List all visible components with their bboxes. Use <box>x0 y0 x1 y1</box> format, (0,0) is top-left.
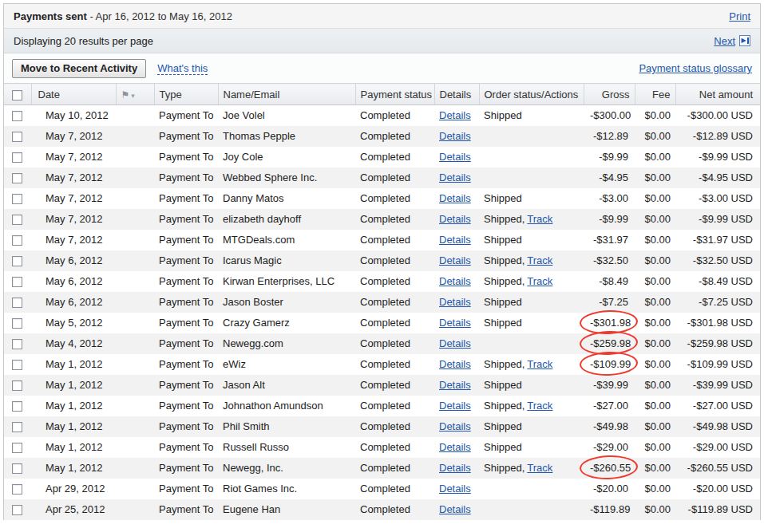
column-header-type: Type <box>154 84 218 105</box>
row-checkbox[interactable] <box>12 463 22 474</box>
move-to-recent-activity-button[interactable]: Move to Recent Activity <box>12 59 146 78</box>
payment-status-glossary-link[interactable]: Payment status glossary <box>639 62 752 74</box>
row-checkbox-cell <box>4 230 31 250</box>
row-type: Payment To <box>154 271 218 292</box>
row-fee: $0.00 <box>635 396 675 416</box>
table-row: Apr 25, 2012 Payment To Eugene Han Compl… <box>4 499 760 520</box>
column-header-net-amount: Net amount <box>675 84 760 105</box>
row-order-status <box>479 167 584 188</box>
details-link[interactable]: Details <box>439 213 471 225</box>
details-link[interactable]: Details <box>439 130 471 142</box>
row-checkbox[interactable] <box>12 298 22 308</box>
order-shipped-label: Shipped <box>484 192 522 204</box>
row-net: -$119.89 USD <box>675 499 760 520</box>
track-link[interactable]: Track <box>527 400 552 412</box>
column-header-date: Date <box>31 84 116 105</box>
order-shipped-label: Shipped <box>484 109 522 121</box>
row-checkbox[interactable] <box>12 235 22 246</box>
details-link[interactable]: Details <box>439 503 471 515</box>
row-name: Icarus Magic <box>218 250 355 271</box>
row-checkbox-cell <box>4 354 31 375</box>
row-details-cell: Details <box>434 313 479 333</box>
chevron-down-icon: ▾ <box>131 92 135 100</box>
details-link[interactable]: Details <box>439 379 471 391</box>
order-shipped-label: Shipped <box>484 296 522 308</box>
row-checkbox[interactable] <box>12 277 22 287</box>
row-net: -$9.99 USD <box>675 147 760 167</box>
details-link[interactable]: Details <box>439 234 471 246</box>
row-checkbox[interactable] <box>12 401 22 412</box>
row-type: Payment To <box>154 126 218 147</box>
table-row: May 1, 2012 Payment To Newegg, Inc. Comp… <box>4 458 760 479</box>
row-type: Payment To <box>154 167 218 188</box>
row-fee: $0.00 <box>635 292 675 313</box>
row-checkbox[interactable] <box>12 360 22 370</box>
row-type: Payment To <box>154 230 218 250</box>
details-link[interactable]: Details <box>439 192 471 204</box>
details-link[interactable]: Details <box>439 109 471 121</box>
details-link[interactable]: Details <box>439 462 471 474</box>
table-row: May 7, 2012 Payment To Thomas Pepple Com… <box>4 126 760 147</box>
row-gross-cell: -$7.25 <box>584 292 635 313</box>
details-link[interactable]: Details <box>439 420 471 432</box>
row-checkbox[interactable] <box>12 422 22 432</box>
column-header-gross: Gross <box>584 84 635 105</box>
row-date: May 6, 2012 <box>31 250 116 271</box>
row-order-status: Shipped,Track <box>479 271 584 292</box>
whats-this-link[interactable]: What's this <box>157 62 208 75</box>
row-checkbox[interactable] <box>12 505 22 515</box>
row-details-cell: Details <box>434 230 479 250</box>
details-link[interactable]: Details <box>439 296 471 308</box>
row-details-cell: Details <box>434 188 479 209</box>
track-link[interactable]: Track <box>527 462 552 474</box>
next-link[interactable]: Next <box>714 35 735 47</box>
print-link[interactable]: Print <box>729 10 750 22</box>
row-checkbox[interactable] <box>12 111 22 121</box>
select-all-checkbox[interactable] <box>12 90 22 100</box>
details-link[interactable]: Details <box>439 254 471 266</box>
row-checkbox[interactable] <box>12 318 22 329</box>
details-link[interactable]: Details <box>439 358 471 370</box>
details-link[interactable]: Details <box>439 337 471 349</box>
row-type: Payment To <box>154 333 218 354</box>
row-status: Completed <box>355 147 434 167</box>
row-checkbox[interactable] <box>12 380 22 391</box>
details-link[interactable]: Details <box>439 151 471 163</box>
details-link[interactable]: Details <box>439 400 471 412</box>
details-link[interactable]: Details <box>439 317 471 329</box>
row-checkbox[interactable] <box>12 132 22 142</box>
row-checkbox[interactable] <box>12 339 22 349</box>
track-link[interactable]: Track <box>527 358 552 370</box>
row-type: Payment To <box>154 375 218 396</box>
track-link[interactable]: Track <box>527 275 552 287</box>
track-link[interactable]: Track <box>527 213 552 225</box>
row-name: elizabeth dayhoff <box>218 209 355 230</box>
row-details-cell: Details <box>434 271 479 292</box>
column-header-details: Details <box>434 84 479 105</box>
table-row: May 7, 2012 Payment To MTGDeals.com Comp… <box>4 230 760 250</box>
row-checkbox[interactable] <box>12 194 22 204</box>
row-status: Completed <box>355 375 434 396</box>
row-checkbox[interactable] <box>12 256 22 266</box>
table-row: May 1, 2012 Payment To eWiz Completed De… <box>4 354 760 375</box>
row-gross-cell: -$301.98 <box>584 313 635 333</box>
details-link[interactable]: Details <box>439 275 471 287</box>
row-checkbox-cell <box>4 313 31 333</box>
table-row: May 4, 2012 Payment To Newegg.com Comple… <box>4 333 760 354</box>
row-checkbox[interactable] <box>12 152 22 163</box>
row-name: Thomas Pepple <box>218 126 355 147</box>
row-type: Payment To <box>154 396 218 416</box>
column-header-flag[interactable]: ⚑▾ <box>116 84 154 105</box>
details-link[interactable]: Details <box>439 171 471 183</box>
row-order-status: Shipped <box>479 313 584 333</box>
details-link[interactable]: Details <box>439 441 471 453</box>
row-checkbox[interactable] <box>12 173 22 183</box>
row-date: May 1, 2012 <box>31 437 116 458</box>
row-type: Payment To <box>154 416 218 437</box>
next-page-icon[interactable]: ▶ <box>739 35 750 46</box>
row-checkbox[interactable] <box>12 484 22 495</box>
details-link[interactable]: Details <box>439 483 471 495</box>
track-link[interactable]: Track <box>527 254 552 266</box>
row-checkbox[interactable] <box>12 443 22 453</box>
row-checkbox[interactable] <box>12 215 22 225</box>
